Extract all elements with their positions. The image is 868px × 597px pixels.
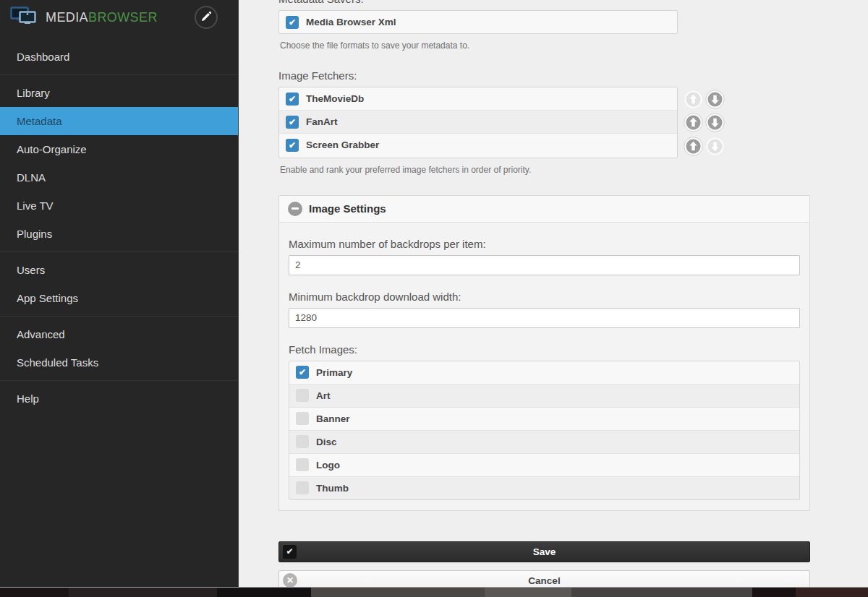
move-down-button[interactable]: [705, 113, 725, 132]
reorder-buttons-fanart: [684, 111, 725, 135]
sidebar: MEDIABROWSER DashboardLibraryMetadataAut…: [0, 0, 239, 587]
sidebar-item-plugins[interactable]: Plugins: [0, 220, 238, 248]
sidebar-item-library[interactable]: Library: [0, 79, 238, 107]
checkbox-checked[interactable]: ✔: [286, 16, 299, 29]
backdrop-strip-segment: [752, 588, 796, 597]
image-settings-title: Image Settings: [309, 202, 386, 215]
backdrop-strip-segment: [311, 588, 485, 597]
bottom-backdrop-strip: [0, 587, 868, 597]
move-up-button[interactable]: [684, 113, 703, 132]
fetch-image-label: Disc: [316, 437, 337, 447]
fetch-image-label: Banner: [316, 413, 350, 424]
checkbox-unchecked[interactable]: [296, 389, 309, 402]
save-button-label: Save: [279, 546, 809, 557]
sidebar-item-live-tv[interactable]: Live TV: [0, 192, 238, 220]
brand-media: MEDIA: [46, 10, 88, 25]
fetch-image-row-banner[interactable]: Banner: [289, 407, 799, 430]
image-fetchers-section: ✔TheMovieDb✔FanArt✔Screen Grabber: [278, 87, 810, 158]
sidebar-item-dlna[interactable]: DLNA: [0, 163, 238, 192]
sidebar-group: UsersApp Settings: [0, 252, 238, 316]
checkmark-icon: ✔: [283, 545, 297, 559]
max-backdrops-label: Maximum number of backdrops per item:: [289, 238, 800, 250]
move-down-button: [705, 137, 725, 156]
metadata-saver-row-media-browser-xml[interactable]: ✔Media Browser Xml: [279, 11, 677, 33]
image-fetcher-row-fanart[interactable]: ✔FanArt: [279, 110, 677, 133]
move-up-button[interactable]: [684, 137, 703, 156]
sidebar-group: Dashboard: [0, 39, 238, 74]
image-fetchers-list: ✔TheMovieDb✔FanArt✔Screen Grabber: [278, 87, 678, 158]
checkbox-checked[interactable]: ✔: [286, 93, 299, 106]
image-fetchers-label: Image Fetchers:: [278, 69, 810, 82]
sidebar-item-app-settings[interactable]: App Settings: [0, 284, 238, 312]
metadata-savers-help: Choose the file formats to save your met…: [280, 40, 810, 51]
max-backdrops-input[interactable]: [289, 255, 800, 275]
fetch-image-label: Thumb: [316, 483, 349, 494]
fetch-images-list: ✔PrimaryArtBannerDiscLogoThumb: [289, 361, 800, 500]
min-backdrop-width-input[interactable]: [289, 308, 800, 328]
fetch-image-row-art[interactable]: Art: [289, 384, 799, 407]
image-fetcher-label: FanArt: [306, 116, 338, 127]
image-settings-body: Maximum number of backdrops per item: Mi…: [279, 238, 809, 510]
logo-row: MEDIABROWSER: [0, 0, 238, 35]
sidebar-item-auto-organize[interactable]: Auto-Organize: [0, 135, 238, 163]
checkbox-checked[interactable]: ✔: [296, 366, 309, 379]
settings-content: Metadata Savers: ✔Media Browser Xml Choo…: [278, 0, 810, 587]
move-down-button[interactable]: [705, 90, 725, 109]
collapse-minus-icon[interactable]: [288, 202, 302, 216]
brand-browser: BROWSER: [88, 10, 158, 25]
sidebar-nav: DashboardLibraryMetadataAuto-OrganizeDLN…: [0, 39, 238, 416]
fetch-image-row-disc[interactable]: Disc: [289, 430, 799, 453]
sidebar-group: LibraryMetadataAuto-OrganizeDLNALive TVP…: [0, 74, 238, 252]
save-button[interactable]: ✔ Save: [278, 541, 810, 562]
checkbox-unchecked[interactable]: [296, 412, 309, 425]
edit-pencil-button[interactable]: [195, 6, 218, 29]
sidebar-group: AdvancedScheduled Tasks: [0, 316, 238, 380]
fetch-image-label: Primary: [316, 367, 352, 378]
fetch-image-label: Logo: [316, 460, 340, 471]
sidebar-group: Help: [0, 380, 238, 416]
brand-title: MEDIABROWSER: [46, 10, 158, 25]
sidebar-item-scheduled-tasks[interactable]: Scheduled Tasks: [0, 348, 238, 377]
fetch-image-label: Art: [316, 390, 331, 401]
fetch-images-label: Fetch Images:: [289, 343, 800, 356]
image-fetchers-help: Enable and rank your preferred image fet…: [280, 165, 810, 175]
min-backdrop-width-label: Minimum backdrop download width:: [289, 291, 800, 303]
sidebar-item-users[interactable]: Users: [0, 256, 238, 284]
image-settings-panel: Image Settings Maximum number of backdro…: [278, 195, 810, 511]
cancel-button-label: Cancel: [279, 575, 809, 586]
reorder-buttons-themoviedb: [684, 87, 725, 111]
backdrop-strip-segment: [69, 588, 217, 597]
media-browser-logo-icon: [10, 7, 39, 28]
fetch-image-row-thumb[interactable]: Thumb: [289, 476, 799, 499]
checkbox-checked[interactable]: ✔: [286, 116, 299, 129]
image-settings-header[interactable]: Image Settings: [279, 196, 809, 223]
image-fetcher-label: TheMovieDb: [306, 93, 364, 104]
metadata-savers-list: ✔Media Browser Xml: [278, 10, 678, 34]
close-circle-icon: ✕: [283, 573, 297, 587]
sidebar-item-advanced[interactable]: Advanced: [0, 320, 238, 348]
image-fetcher-label: Screen Grabber: [306, 139, 379, 150]
backdrop-strip-segment: [571, 588, 752, 597]
image-fetcher-row-screen-grabber[interactable]: ✔Screen Grabber: [279, 133, 677, 156]
metadata-savers-label: Metadata Savers:: [278, 0, 810, 5]
backdrop-strip-segment: [0, 588, 69, 597]
checkbox-unchecked[interactable]: [296, 435, 309, 448]
cancel-button[interactable]: ✕ Cancel: [278, 570, 810, 588]
checkbox-checked[interactable]: ✔: [286, 139, 299, 152]
fetch-image-row-primary[interactable]: ✔Primary: [289, 361, 799, 384]
sidebar-item-help[interactable]: Help: [0, 385, 238, 413]
image-fetcher-row-themoviedb[interactable]: ✔TheMovieDb: [279, 87, 677, 110]
backdrop-strip-segment: [485, 588, 571, 597]
fetch-image-row-logo[interactable]: Logo: [289, 453, 799, 476]
main-settings-page: Metadata Savers: ✔Media Browser Xml Choo…: [239, 0, 868, 587]
sidebar-item-dashboard[interactable]: Dashboard: [0, 43, 238, 71]
reorder-buttons-screen-grabber: [684, 134, 725, 158]
sidebar-item-metadata[interactable]: Metadata: [0, 107, 238, 135]
backdrop-strip-segment: [217, 588, 311, 597]
move-up-button: [684, 90, 703, 109]
metadata-saver-label: Media Browser Xml: [306, 17, 396, 27]
checkbox-unchecked[interactable]: [296, 481, 309, 494]
fetcher-reorder-column: [684, 87, 725, 158]
pencil-icon: [200, 11, 212, 25]
checkbox-unchecked[interactable]: [296, 458, 309, 471]
